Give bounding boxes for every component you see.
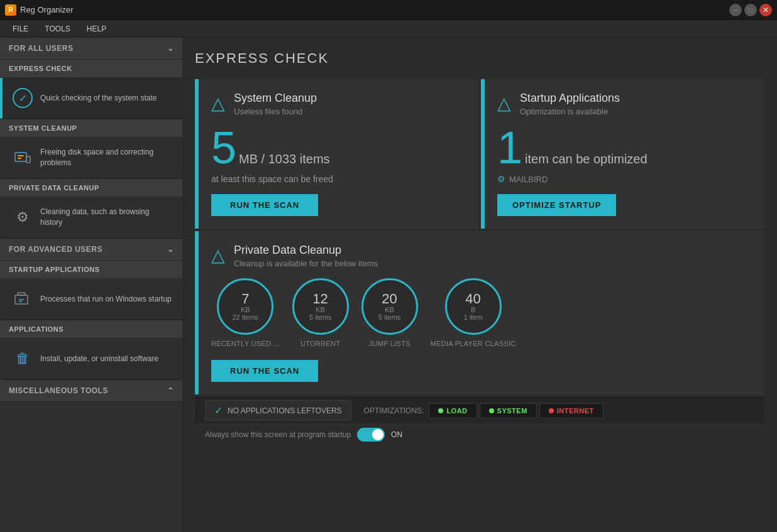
card-title-block-system: System Cleanup Useless files found <box>234 92 317 116</box>
run-scan-button-system[interactable]: RUN THE SCAN <box>211 194 318 216</box>
cards-grid: △ System Cleanup Useless files found 5 M… <box>195 79 764 229</box>
opt-internet-button[interactable]: INTERNET <box>539 403 603 418</box>
svg-rect-2 <box>18 158 21 159</box>
circles-row: 7 KB 22 items RECENTLY USED ... 12 KB 5 … <box>211 278 752 347</box>
no-leftover-text: NO APPLICATIONS LEFTOVERS <box>228 406 342 415</box>
card-subtitle-system: Useless files found <box>234 107 317 116</box>
app-title: Reg Organizer <box>20 5 74 14</box>
content-area: EXPRESS CHECK △ System Cleanup Useless f… <box>182 38 777 532</box>
circle-jump-lists: 20 KB 5 items JUMP LISTS <box>361 278 418 347</box>
statusbar: ✓ NO APPLICATIONS LEFTOVERS OPTIMIZATION… <box>195 397 764 423</box>
app-icon: R <box>5 4 16 16</box>
sidebar-section-label: FOR ALL USERS <box>9 44 74 53</box>
opt-system-label: SYSTEM <box>497 407 527 415</box>
opt-internet-label: INTERNET <box>557 407 594 415</box>
optimizations-label: OPTIMIZATIONS: <box>364 406 424 415</box>
circle-items-3: 5 items <box>378 313 400 321</box>
warning-icon-system: △ <box>211 93 225 114</box>
circle-label-2: UTORRENT <box>300 340 340 347</box>
sidebar: FOR ALL USERS ⌄ EXPRESS CHECK ✓ Quick ch… <box>0 38 182 532</box>
sidebar-group-applications: APPLICATIONS 🗑 Install, update, or unins… <box>0 320 182 380</box>
gear-icon-small: ⚙ <box>497 174 505 184</box>
always-show-text: Always show this screen at program start… <box>205 430 351 439</box>
svg-rect-0 <box>15 153 26 161</box>
optimize-startup-button[interactable]: OPTIMIZE STARTUP <box>497 194 616 216</box>
system-cleanup-icon <box>11 146 34 169</box>
main-layout: FOR ALL USERS ⌄ EXPRESS CHECK ✓ Quick ch… <box>0 38 777 532</box>
toggle-knob <box>372 429 383 440</box>
circle-label-3: JUMP LISTS <box>368 340 410 347</box>
sidebar-group-header-cleanup: SYSTEM CLEANUP <box>0 119 182 138</box>
card-subtitle-startup: Optimization is available <box>520 107 620 116</box>
titlebar: R Reg Organizer ─ □ ✕ <box>0 0 777 20</box>
private-data-icon: ⚙ <box>11 206 34 229</box>
card-header-system: △ System Cleanup Useless files found <box>211 92 466 116</box>
system-cleanup-label: Freeing disk space and correcting proble… <box>40 147 174 168</box>
startup-label: Processes that run on Windows startup <box>40 294 172 305</box>
svg-rect-5 <box>18 293 25 295</box>
chevron-down-icon-adv: ⌄ <box>167 245 174 254</box>
opt-load-button[interactable]: LOAD <box>429 403 477 418</box>
menu-file[interactable]: FILE <box>5 22 36 36</box>
stat-unit-system: MB / 1033 items <box>239 152 330 166</box>
card-title-block-private: Private Data Cleanup Cleanup is availabl… <box>234 244 378 268</box>
circle-jump-lists-ring: 20 KB 5 items <box>361 278 418 335</box>
page-title: EXPRESS CHECK <box>195 50 764 67</box>
warning-icon-startup: △ <box>497 93 511 114</box>
always-show-toggle[interactable] <box>357 428 385 442</box>
maximize-button[interactable]: □ <box>744 4 757 16</box>
circle-utorrent: 12 KB 5 items UTORRENT <box>292 278 349 347</box>
circle-items-1: 22 items <box>233 313 259 321</box>
menu-tools[interactable]: TOOLS <box>37 22 77 36</box>
menubar: FILE TOOLS HELP <box>0 20 777 38</box>
sidebar-group-startup: STARTUP APPLICATIONS Processes that run … <box>0 261 182 320</box>
minimize-button[interactable]: ─ <box>729 4 742 16</box>
always-show-row: Always show this screen at program start… <box>195 423 764 446</box>
sidebar-group-header-express: EXPRESS CHECK <box>0 60 182 78</box>
check-circle-icon: ✓ <box>13 88 33 108</box>
run-scan-button-private[interactable]: RUN THE SCAN <box>211 360 318 382</box>
titlebar-left: R Reg Organizer <box>5 4 74 16</box>
startup-apps-card: △ Startup Applications Optimization is a… <box>481 79 764 229</box>
circle-label-4: MEDIA PLAYER CLASSIC <box>431 340 516 347</box>
svg-rect-1 <box>18 155 24 156</box>
menu-help[interactable]: HELP <box>79 22 114 36</box>
private-data-card: △ Private Data Cleanup Cleanup is availa… <box>195 231 764 394</box>
sidebar-section-for-advanced-users[interactable]: FOR ADVANCED USERS ⌄ <box>0 239 182 261</box>
sidebar-item-express-check[interactable]: ✓ Quick checking of the system state <box>0 78 182 119</box>
circle-unit-3: KB <box>385 306 394 313</box>
gear-icon: ⚙ <box>13 207 33 227</box>
sidebar-section-misc[interactable]: MISCELLANEOUS TOOLS ⌃ <box>0 380 182 402</box>
stat-unit-startup: item can be optimized <box>525 152 648 166</box>
stat-meta-text: MAILBIRD <box>509 175 548 184</box>
circle-val-4: 40 <box>465 292 480 306</box>
circle-val-2: 12 <box>312 292 328 306</box>
opt-load-label: LOAD <box>446 407 467 415</box>
private-data-label: Cleaning data, such as browsing history <box>40 207 174 228</box>
sidebar-item-applications[interactable]: 🗑 Install, update, or uninstall software <box>0 339 182 379</box>
titlebar-controls: ─ □ ✕ <box>729 4 772 16</box>
applications-icon: 🗑 <box>11 347 34 370</box>
close-button[interactable]: ✕ <box>759 4 772 16</box>
sidebar-group-express-check: EXPRESS CHECK ✓ Quick checking of the sy… <box>0 60 182 119</box>
sidebar-section-label-adv: FOR ADVANCED USERS <box>9 245 102 254</box>
opt-system-button[interactable]: SYSTEM <box>480 403 537 418</box>
sidebar-item-private-data[interactable]: ⚙ Cleaning data, such as browsing histor… <box>0 197 182 238</box>
sidebar-item-system-cleanup[interactable]: Freeing disk space and correcting proble… <box>0 138 182 178</box>
circle-media-player-ring: 40 B 1 item <box>445 278 502 335</box>
applications-label: Install, update, or uninstall software <box>40 354 158 364</box>
express-check-icon: ✓ <box>11 87 34 109</box>
circle-val-3: 20 <box>382 292 397 306</box>
circle-unit-1: KB <box>241 306 250 313</box>
svg-rect-3 <box>26 156 30 163</box>
chevron-down-icon: ⌄ <box>167 44 174 53</box>
sidebar-item-startup[interactable]: Processes that run on Windows startup <box>0 279 182 320</box>
card-title-private: Private Data Cleanup <box>234 244 378 257</box>
stat-number-system: 5 <box>211 125 236 170</box>
sidebar-section-label-misc: MISCELLANEOUS TOOLS <box>9 386 108 395</box>
sidebar-group-private-data: PRIVATE DATA CLEANUP ⚙ Cleaning data, su… <box>0 179 182 239</box>
circle-unit-2: KB <box>316 306 325 313</box>
sidebar-section-for-all-users[interactable]: FOR ALL USERS ⌄ <box>0 38 182 60</box>
circle-recently-used-ring: 7 KB 22 items <box>217 278 273 335</box>
circle-unit-4: B <box>471 306 475 313</box>
